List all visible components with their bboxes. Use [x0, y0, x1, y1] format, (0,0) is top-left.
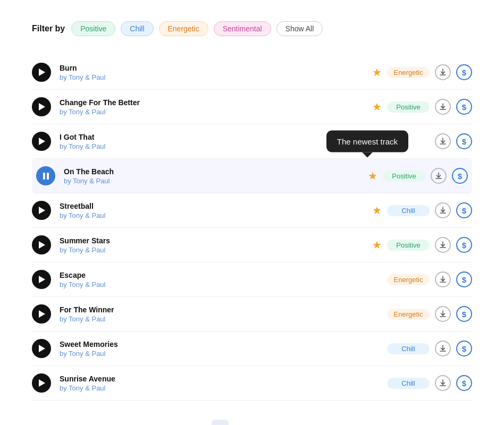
download-button[interactable]	[435, 99, 451, 115]
pagination: 1234	[32, 420, 472, 425]
track-artist[interactable]: by Tony & Paul	[60, 315, 371, 323]
track-info: On The Beachby Tony & Paul	[64, 167, 368, 185]
star-icon[interactable]: ★	[372, 100, 382, 113]
play-icon	[39, 276, 45, 283]
download-icon	[439, 207, 447, 214]
play-button[interactable]	[32, 63, 51, 82]
track-info: Change For The Betterby Tony & Paul	[60, 98, 372, 116]
download-icon	[439, 138, 447, 145]
genre-tag: Chill	[387, 378, 430, 389]
play-button[interactable]	[32, 235, 51, 254]
license-button[interactable]: $	[456, 99, 472, 115]
genre-tag: Energetic	[387, 67, 430, 78]
play-button[interactable]	[32, 132, 51, 151]
license-button[interactable]: $	[456, 202, 472, 218]
play-button[interactable]	[32, 304, 51, 324]
star-icon[interactable]: ★	[372, 204, 382, 217]
track-right: ★Positive$	[368, 168, 468, 184]
license-button[interactable]: $	[456, 306, 472, 322]
play-icon	[39, 241, 45, 249]
track-artist[interactable]: by Tony & Paul	[60, 246, 372, 254]
track-list: Burnby Tony & Paul★Energetic$Change For …	[32, 55, 472, 401]
track-row: Burnby Tony & Paul★Energetic$	[32, 55, 472, 90]
track-title: Change For The Better	[60, 98, 372, 107]
star-icon[interactable]: ★	[372, 66, 382, 79]
track-artist[interactable]: by Tony & Paul	[60, 73, 372, 81]
track-right: ★Positive$	[372, 237, 472, 253]
pause-button[interactable]	[36, 166, 55, 185]
track-right: Chill$	[371, 375, 472, 391]
page-btn-4[interactable]: 4	[275, 420, 292, 425]
license-button[interactable]: $	[456, 237, 472, 253]
track-artist[interactable]: by Tony & Paul	[60, 142, 371, 150]
play-button[interactable]	[32, 201, 51, 220]
genre-tag: Positive	[387, 101, 430, 113]
play-button[interactable]	[32, 97, 51, 116]
track-artist[interactable]: by Tony & Paul	[60, 384, 371, 392]
license-button[interactable]: $	[456, 341, 472, 356]
download-button[interactable]	[435, 64, 451, 80]
track-artist[interactable]: by Tony & Paul	[60, 108, 372, 116]
download-button[interactable]	[435, 271, 451, 287]
track-artist[interactable]: by Tony & Paul	[64, 177, 368, 185]
track-right: Energetic$	[371, 271, 472, 287]
download-icon	[439, 345, 447, 352]
page-btn-3[interactable]: 3	[254, 420, 271, 425]
track-info: I Got Thatby Tony & Paul	[60, 133, 371, 150]
genre-tag: Positive	[387, 240, 430, 251]
track-right: ★Energetic$	[372, 64, 472, 80]
filter-btn-positive[interactable]: Positive	[71, 21, 115, 36]
star-icon[interactable]: ★	[368, 169, 377, 182]
play-icon	[39, 379, 45, 387]
track-info: Burnby Tony & Paul	[60, 64, 372, 81]
filter-btn-sentimental[interactable]: Sentimental	[214, 21, 271, 36]
play-icon	[39, 345, 45, 352]
track-title: Burn	[60, 64, 372, 72]
download-button[interactable]	[435, 375, 451, 391]
track-info: Escapeby Tony & Paul	[60, 271, 371, 288]
license-button[interactable]: $	[456, 64, 472, 80]
track-artist[interactable]: by Tony & Paul	[60, 211, 372, 219]
filter-label: Filter by	[32, 24, 65, 33]
track-right: Chill$	[371, 341, 472, 356]
track-row: Sweet Memoriesby Tony & PaulChill$	[32, 332, 472, 366]
track-info: Streetballby Tony & Paul	[60, 202, 372, 219]
tooltip: The newest track	[326, 131, 408, 152]
play-icon	[39, 310, 45, 318]
download-button[interactable]	[435, 133, 451, 149]
play-button[interactable]	[32, 373, 51, 393]
license-button[interactable]: $	[452, 168, 468, 184]
download-button[interactable]	[435, 341, 451, 356]
download-icon	[439, 69, 447, 76]
license-button[interactable]: $	[456, 133, 472, 149]
page-btn-1[interactable]: 1	[212, 420, 229, 425]
play-icon	[39, 69, 45, 76]
track-row: For The Winnerby Tony & PaulEnergetic$	[32, 297, 472, 332]
track-title: On The Beach	[64, 167, 368, 176]
genre-tag: Energetic	[387, 274, 430, 285]
track-row: On The Beachby Tony & Paul★Positive$	[32, 159, 472, 193]
play-button[interactable]	[32, 270, 51, 289]
play-button[interactable]	[32, 339, 51, 358]
download-button[interactable]	[435, 306, 451, 322]
download-button[interactable]	[435, 202, 451, 218]
license-button[interactable]: $	[456, 375, 472, 391]
pause-icon	[43, 173, 49, 180]
track-row: Change For The Betterby Tony & Paul★Posi…	[32, 90, 472, 124]
filter-btn-chill[interactable]: Chill	[121, 21, 153, 36]
download-button[interactable]	[431, 168, 447, 184]
track-info: For The Winnerby Tony & Paul	[60, 305, 371, 323]
star-icon[interactable]: ★	[372, 239, 382, 251]
download-button[interactable]	[435, 237, 451, 253]
filter-btn-show-all[interactable]: Show All	[276, 21, 323, 36]
track-row: Summer Starsby Tony & Paul★Positive$	[32, 228, 472, 262]
filter-bar: Filter by PositiveChillEnergeticSentimen…	[32, 21, 472, 36]
page-btn-2[interactable]: 2	[233, 420, 250, 425]
track-title: Summer Stars	[60, 236, 372, 245]
track-artist[interactable]: by Tony & Paul	[60, 350, 371, 358]
license-button[interactable]: $	[456, 271, 472, 287]
track-title: I Got That	[60, 133, 371, 141]
track-row: I Got Thatby Tony & PaulThe newest track…	[32, 124, 472, 159]
filter-btn-energetic[interactable]: Energetic	[159, 21, 208, 36]
track-artist[interactable]: by Tony & Paul	[60, 280, 371, 288]
